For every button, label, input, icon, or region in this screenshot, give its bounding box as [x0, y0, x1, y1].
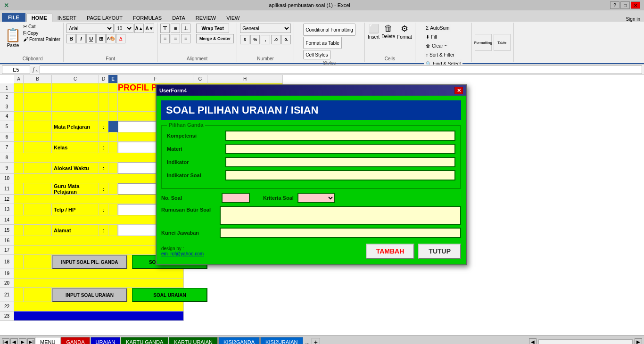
delete-label[interactable]: Delete: [381, 34, 395, 39]
tab-kartu-ganda[interactable]: KARTU GANDA: [121, 337, 168, 344]
close-button[interactable]: ✕: [631, 1, 640, 9]
kunci-jawaban-input[interactable]: [220, 228, 461, 238]
indikator-input[interactable]: [225, 157, 455, 167]
format-label[interactable]: Format: [397, 34, 412, 40]
tab-data[interactable]: DATA: [167, 14, 190, 22]
tab-nav-next[interactable]: ▶: [19, 338, 26, 344]
cell-a1[interactable]: [14, 83, 24, 93]
sign-in[interactable]: Sign in: [626, 16, 644, 22]
bold-button[interactable]: B: [66, 34, 76, 43]
tab-ganda[interactable]: GANDA: [61, 337, 90, 344]
cell-styles-button[interactable]: Cell Styles: [303, 50, 330, 59]
input-soal-pil-ganda-button[interactable]: INPUT SOAL PIL. GANDA: [52, 255, 127, 269]
percent-button[interactable]: %: [250, 35, 260, 44]
clear-button[interactable]: 🗑 Clear ~: [424, 41, 449, 50]
name-box[interactable]: [2, 66, 30, 74]
wrap-text-button[interactable]: Wrap Text: [196, 24, 229, 33]
tab-file[interactable]: FILE: [2, 13, 25, 22]
tab-view[interactable]: VIEW: [221, 14, 245, 22]
align-middle-button[interactable]: ≡: [171, 24, 180, 33]
telp-label[interactable]: Telp / HP: [52, 204, 99, 215]
cell-d1[interactable]: [99, 83, 108, 93]
tab-page-layout[interactable]: PAGE LAYOUT: [82, 14, 128, 22]
no-soal-input[interactable]: [222, 193, 250, 203]
kriteria-soal-select[interactable]: C1 C2 C3 C4 C5 C6: [297, 193, 335, 203]
more-tabs-button[interactable]: ...: [304, 338, 312, 344]
align-right-button[interactable]: ≡: [181, 34, 190, 43]
align-left-button[interactable]: ≡: [160, 34, 170, 43]
cell-b1[interactable]: [24, 83, 52, 93]
alamat-label[interactable]: Alamat: [52, 225, 99, 236]
increase-decimal-button[interactable]: 0.: [281, 35, 291, 44]
insert-label[interactable]: Insert: [368, 34, 380, 40]
tab-kartu-uraian[interactable]: KARTU URAIAN: [169, 337, 218, 344]
cell-e5-selected[interactable]: [108, 121, 118, 132]
formula-input[interactable]: [40, 66, 642, 74]
format-as-table-button[interactable]: Format as Table: [303, 37, 342, 49]
cell-c1[interactable]: [52, 83, 99, 93]
cell-a2[interactable]: [14, 93, 24, 102]
tab-nav-first[interactable]: |◀: [2, 338, 9, 344]
increase-font-button[interactable]: A▲: [134, 24, 144, 33]
rumusan-input[interactable]: [220, 206, 461, 225]
font-color-button[interactable]: A: [116, 34, 125, 43]
fill-color-button[interactable]: A🎨: [106, 34, 116, 43]
font-size-select[interactable]: 10: [115, 24, 133, 33]
tab-kisi2uraian[interactable]: KISI2URAIAN: [260, 337, 303, 344]
tab-review[interactable]: REVIEW: [190, 14, 221, 22]
align-bottom-button[interactable]: ⊥: [181, 24, 190, 33]
tab-uraian[interactable]: URAIAN: [91, 337, 121, 344]
decrease-font-button[interactable]: A▼: [145, 24, 154, 33]
mata-pelajaran-label[interactable]: Mata Pelajaran: [52, 121, 99, 132]
colon-e5[interactable]: :: [99, 121, 108, 132]
paste-button[interactable]: 📋 Paste: [5, 24, 21, 52]
tab-nav-prev[interactable]: ◀: [10, 338, 18, 344]
currency-button[interactable]: $: [240, 35, 249, 44]
decrease-decimal-button[interactable]: .0: [271, 35, 281, 44]
merge-center-button[interactable]: Merge & Center: [196, 34, 234, 43]
formatting-button[interactable]: Formatting: [475, 34, 492, 51]
tab-nav-last[interactable]: ▶|: [27, 338, 35, 344]
tab-menu[interactable]: MENU: [35, 337, 60, 344]
align-top-button[interactable]: ⊤: [160, 24, 170, 33]
cell-e1[interactable]: [108, 83, 118, 93]
input-soal-uraian-button[interactable]: INPUT SOAL URAIAN: [52, 288, 127, 302]
cut-button[interactable]: ✂ Cut: [23, 24, 60, 30]
italic-button[interactable]: I: [76, 34, 86, 43]
underline-button[interactable]: U: [86, 34, 96, 43]
tab-insert[interactable]: INSERT: [52, 14, 82, 22]
materi-input[interactable]: [225, 144, 455, 154]
align-center-button[interactable]: ≡: [171, 34, 180, 43]
tab-kisi2ganda[interactable]: KISI2GANDA: [218, 337, 260, 344]
maximize-button[interactable]: □: [620, 1, 630, 9]
scroll-left[interactable]: ◀: [529, 338, 537, 344]
kelas-label[interactable]: Kelas: [52, 142, 99, 153]
minimize-button[interactable]: ?: [610, 1, 619, 9]
kompetensi-input[interactable]: [225, 131, 455, 141]
conditional-formatting-button[interactable]: Conditional Formatting: [303, 24, 355, 36]
number-format-select[interactable]: General: [240, 24, 291, 33]
table-button[interactable]: Table: [494, 34, 511, 51]
scroll-right[interactable]: ▶: [635, 338, 642, 344]
dialog-close-button[interactable]: ✕: [454, 87, 463, 94]
indikator-soal-input[interactable]: [225, 170, 455, 180]
autosum-button[interactable]: Σ AutoSum: [424, 24, 451, 32]
copy-button[interactable]: ⎘ Copy: [23, 30, 60, 36]
footer-email[interactable]: em_rof@yahoo.com: [161, 251, 204, 256]
guru-label[interactable]: Guru Mata Pelajaran: [52, 183, 99, 195]
add-sheet-button[interactable]: +: [312, 338, 320, 344]
tutup-button[interactable]: TUTUP: [418, 244, 461, 259]
tab-home[interactable]: HOME: [26, 14, 52, 22]
fill-button[interactable]: ⬇ Fill: [424, 33, 439, 41]
sort-filter-button[interactable]: ↕ Sort & Filter: [424, 50, 456, 59]
font-name-select[interactable]: Arial: [66, 24, 114, 33]
comma-button[interactable]: ,: [261, 35, 270, 44]
border-button[interactable]: ⊞: [96, 34, 106, 43]
tambah-button[interactable]: TAMBAH: [366, 244, 415, 259]
format-painter-button[interactable]: 🖌 Format Painter: [23, 36, 60, 42]
horizontal-scrollbar[interactable]: [538, 339, 633, 344]
alokasi-label[interactable]: Alokasi Waktu: [52, 163, 99, 174]
window-controls[interactable]: ? □ ✕: [610, 1, 640, 9]
tab-formulas[interactable]: FORMULAS: [128, 14, 167, 22]
soal-uraian-button[interactable]: SOAL URAIAN: [132, 288, 207, 302]
